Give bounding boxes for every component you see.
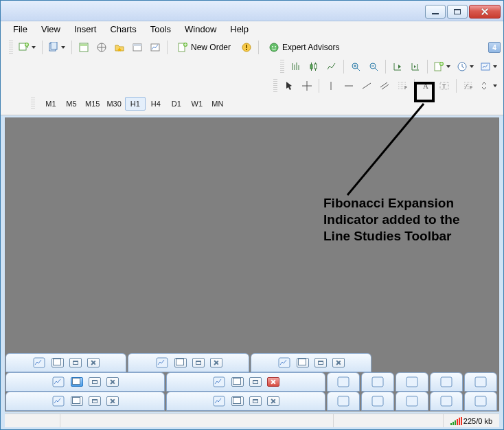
status-connection[interactable]: 225/0 kb — [443, 414, 499, 427]
tf-mn[interactable]: MN — [207, 97, 228, 111]
maximize-button[interactable] — [89, 396, 101, 406]
maximize-button[interactable] — [249, 377, 262, 387]
maximize-button[interactable] — [249, 396, 262, 406]
close-button[interactable] — [106, 396, 119, 406]
new-chart-button[interactable] — [16, 39, 38, 56]
candlestick-button[interactable] — [306, 58, 322, 75]
restore-button[interactable] — [231, 396, 244, 406]
mdi-window[interactable] — [327, 372, 360, 392]
mdi-window[interactable] — [430, 372, 463, 392]
tf-h1[interactable]: H1 — [125, 97, 146, 111]
menu-view[interactable]: View — [34, 23, 67, 36]
line-chart-button[interactable] — [323, 58, 340, 75]
mdi-window[interactable] — [361, 392, 394, 411]
tf-w1[interactable]: W1 — [187, 97, 207, 111]
restore-button[interactable] — [174, 358, 187, 367]
minimize-button[interactable] — [425, 5, 446, 19]
mdi-window[interactable] — [430, 392, 463, 411]
close-button[interactable] — [332, 358, 345, 367]
svg-rect-25 — [481, 63, 490, 70]
mdi-window[interactable] — [251, 353, 371, 372]
menu-tools[interactable]: Tools — [144, 23, 178, 36]
svg-rect-18 — [310, 65, 312, 69]
toolbar-grip[interactable] — [280, 60, 284, 73]
maximize-button[interactable] — [89, 377, 101, 387]
bar-chart-button[interactable] — [288, 58, 304, 75]
data-window-button[interactable] — [111, 39, 128, 56]
menu-charts[interactable]: Charts — [103, 23, 143, 36]
menu-window[interactable]: Window — [178, 23, 223, 36]
horizontal-line-button[interactable] — [341, 78, 357, 94]
mdi-window[interactable] — [464, 372, 497, 392]
vertical-line-button[interactable] — [323, 78, 339, 94]
restore-button[interactable] — [51, 358, 64, 367]
zoom-in-icon — [350, 61, 361, 72]
close-button[interactable] — [210, 358, 222, 367]
alerts-count-badge[interactable]: 4 — [488, 42, 501, 53]
terminal-button[interactable] — [129, 39, 146, 56]
tf-m30[interactable]: M30 — [103, 97, 124, 111]
mdi-window-active[interactable] — [5, 372, 165, 392]
toolbar-grip[interactable] — [9, 41, 13, 54]
chart-shift-button[interactable] — [407, 58, 424, 75]
arrows-button[interactable] — [478, 78, 500, 94]
equidistant-channel-button[interactable] — [376, 78, 393, 94]
cursor-button[interactable] — [281, 78, 297, 94]
maximize-button[interactable] — [314, 358, 327, 367]
periodicity-button[interactable] — [455, 58, 477, 75]
restore-button[interactable] — [231, 377, 244, 387]
close-button[interactable] — [267, 377, 279, 387]
svg-rect-19 — [314, 64, 317, 69]
new-order-button[interactable]: New Order — [171, 39, 237, 56]
tf-m5[interactable]: M5 — [61, 97, 82, 111]
strategy-tester-button[interactable] — [147, 39, 163, 56]
metaeditor-button[interactable] — [238, 39, 255, 56]
tf-d1[interactable]: D1 — [166, 97, 187, 111]
mdi-window[interactable] — [166, 372, 325, 392]
restore-button[interactable] — [71, 377, 83, 387]
navigator-button[interactable] — [93, 39, 110, 56]
mdi-window[interactable] — [128, 353, 249, 372]
mdi-window[interactable] — [166, 392, 325, 411]
text-label-button[interactable]: T — [436, 78, 453, 94]
toolbar-grip[interactable] — [273, 79, 277, 93]
close-button[interactable] — [87, 358, 100, 367]
close-button[interactable] — [469, 5, 501, 19]
fibonacci-expansion-button[interactable]: F — [460, 78, 477, 94]
zoom-in-button[interactable] — [347, 58, 364, 75]
mdi-window[interactable] — [396, 392, 428, 411]
fibonacci-retracement-button[interactable]: F — [394, 78, 411, 94]
line-chart-icon — [326, 61, 337, 72]
zoom-out-button[interactable] — [365, 58, 382, 75]
maximize-button[interactable] — [69, 358, 82, 367]
restore-button[interactable] — [297, 358, 309, 367]
chart-window-icon — [155, 357, 169, 368]
maximize-button[interactable] — [192, 358, 205, 367]
close-button[interactable] — [106, 377, 119, 387]
profiles-button[interactable] — [46, 39, 68, 56]
mdi-window[interactable] — [396, 372, 428, 392]
toolbar-grip[interactable] — [31, 98, 35, 110]
market-watch-button[interactable] — [76, 39, 92, 56]
menu-file[interactable]: File — [6, 23, 34, 36]
menu-insert[interactable]: Insert — [67, 23, 104, 36]
mdi-window[interactable] — [464, 392, 497, 411]
trendline-button[interactable] — [358, 78, 375, 94]
expert-advisors-button[interactable]: Expert Advisors — [262, 39, 345, 56]
mdi-window[interactable] — [5, 353, 126, 372]
mdi-window[interactable] — [361, 372, 394, 392]
templates-button[interactable] — [478, 58, 500, 75]
indicators-list-button[interactable] — [431, 58, 453, 75]
tf-m1[interactable]: M1 — [41, 97, 61, 111]
auto-scroll-button[interactable] — [389, 58, 406, 75]
crosshair-button[interactable] — [299, 78, 315, 94]
mdi-window[interactable] — [5, 392, 165, 411]
close-button[interactable] — [267, 396, 279, 406]
tf-h4[interactable]: H4 — [146, 97, 166, 111]
maximize-button[interactable] — [447, 5, 468, 19]
vertical-line-icon — [325, 80, 336, 91]
menu-help[interactable]: Help — [223, 23, 255, 36]
tf-m15[interactable]: M15 — [82, 97, 103, 111]
restore-button[interactable] — [71, 396, 83, 406]
mdi-window[interactable] — [327, 392, 360, 411]
